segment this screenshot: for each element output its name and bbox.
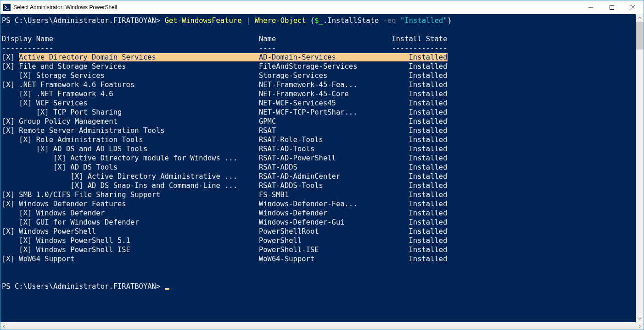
feature-row: [X] WoW64 Support WoW64-Support Installe… [2, 255, 448, 263]
prompt-path: C:\Users\Administrator.FIRATBOYAN> [15, 16, 160, 25]
feature-row: [X] Windows PowerShell PowerShellRoot In… [2, 227, 448, 236]
minimize-button[interactable] [580, 0, 601, 14]
close-brace: } [448, 16, 452, 25]
feature-row: [X] SMB 1.0/CIFS File Sharing Support FS… [2, 191, 448, 199]
feature-row: [X] Windows Defender Features Windows-De… [2, 200, 448, 208]
feature-row: [X] File and Storage Services FileAndSto… [2, 62, 448, 71]
automatic-variable: $_ [314, 16, 323, 25]
horizontal-scrollbar[interactable] [0, 322, 644, 330]
column-header-separator: ------------ ---- ------------- [2, 44, 448, 52]
feature-row: [X] Remote Server Administration Tools R… [2, 126, 448, 135]
feature-row: [X] Storage Services Storage-Services In… [2, 72, 448, 80]
title-bar: Select Administrator: Windows PowerShell [0, 0, 644, 14]
operator-eq: -eq [383, 16, 396, 25]
terminal-output[interactable]: PS C:\Users\Administrator.FIRATBOYAN> Ge… [0, 14, 636, 322]
scroll-right-button[interactable] [636, 323, 644, 330]
feature-row: [X] Role Administration Tools RSAT-Role-… [2, 136, 448, 144]
pipe-symbol: | [246, 16, 250, 25]
feature-row: [X] .NET Framework 4.6 NET-Framework-45-… [2, 90, 448, 98]
open-brace: { [310, 16, 314, 25]
svg-rect-3 [610, 5, 614, 9]
scroll-up-button[interactable] [636, 14, 644, 22]
scrollbar-thumb[interactable] [636, 22, 644, 50]
feature-row: [X] Windows PowerShell ISE PowerShell-IS… [2, 246, 448, 254]
cursor [165, 288, 169, 290]
hscroll-track[interactable] [8, 323, 636, 330]
feature-row: [X] AD DS Tools RSAT-ADDS Installed [2, 163, 448, 171]
prompt-label: PS [2, 16, 15, 25]
feature-row: [X] [2, 53, 19, 61]
window-title: Select Administrator: Windows PowerShell [13, 4, 117, 11]
powershell-icon [3, 4, 11, 11]
close-button[interactable] [622, 0, 644, 14]
scroll-left-button[interactable] [0, 323, 8, 330]
feature-row: [X] AD DS and AD LDS Tools RSAT-AD-Tools… [2, 145, 448, 153]
column-headers: Display Name Name Install State [2, 35, 448, 43]
feature-row: [X] Active Directory module for Windows … [2, 154, 448, 162]
feature-row: [X] TCP Port Sharing NET-WCF-TCP-PortSha… [2, 108, 448, 116]
feature-row: [X] AD DS Snap-Ins and Command-Line ... … [2, 182, 448, 190]
feature-row: [X] Group Policy Management GPMC Install… [2, 117, 448, 126]
feature-row: [X] Windows PowerShell 5.1 PowerShell In… [2, 236, 448, 245]
scrollbar-track[interactable] [636, 22, 644, 314]
feature-row: [X] WCF Services NET-WCF-Services45 Inst… [2, 99, 448, 107]
feature-row: [X] GUI for Windows Defender Windows-Def… [2, 218, 448, 226]
maximize-button[interactable] [601, 0, 622, 14]
cmdlet-where-object: Where-Object [255, 16, 306, 25]
feature-row: [X] .NET Framework 4.6 Features NET-Fram… [2, 81, 448, 89]
feature-row: [X] Windows Defender Windows-Defender In… [2, 209, 448, 217]
property-installstate: .InstallState [323, 16, 379, 25]
scroll-down-button[interactable] [636, 314, 644, 322]
cmdlet-get-windowsfeature: Get-WindowsFeature [165, 16, 242, 25]
terminal-area[interactable]: PS C:\Users\Administrator.FIRATBOYAN> Ge… [0, 14, 644, 322]
vertical-scrollbar[interactable] [636, 14, 644, 322]
prompt-path: C:\Users\Administrator.FIRATBOYAN> [15, 282, 160, 291]
feature-row-highlighted: Active Directory Domain Services AD-Doma… [19, 53, 447, 61]
string-installed: "Installed" [400, 16, 448, 25]
feature-row: [X] Active Directory Administrative ... … [2, 172, 448, 181]
prompt-label: PS [2, 282, 15, 291]
